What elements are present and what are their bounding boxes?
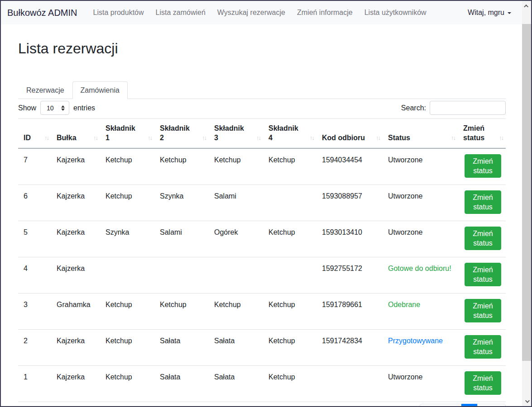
cell-skladnik-1: Ketchup	[100, 185, 154, 221]
cell-skladnik-3: Salami	[209, 185, 263, 221]
cell-skladnik-2: Salami	[154, 221, 209, 257]
cell-skladnik-2: Szynka	[154, 185, 209, 221]
status-text: Odebrane	[383, 293, 458, 329]
cell-skladnik-2: Ketchup	[154, 148, 209, 185]
cell-id: 1	[18, 365, 51, 402]
cell-skladnik-4: Ketchup	[263, 148, 316, 185]
cell-id: 3	[18, 293, 51, 329]
pagination-page-1[interactable]: 1	[461, 404, 477, 407]
sort-icon[interactable]: ↑↓	[376, 133, 380, 142]
cell-skladnik-2: Sałata	[154, 329, 209, 365]
page-length-select[interactable]: 10	[40, 101, 69, 115]
pagination-previous[interactable]: Previous	[420, 404, 461, 407]
change-status-button[interactable]: Zmień status	[465, 299, 501, 322]
cell-action: Zmień status	[458, 257, 506, 293]
pagination-next[interactable]: Next	[477, 404, 506, 407]
nav-link-lista-zamowien[interactable]: Lista zamówień	[150, 5, 211, 20]
nav-link-lista-uzytkownikow[interactable]: Lista użytkowników	[359, 5, 432, 20]
cell-action: Zmień status	[458, 365, 506, 402]
page-length-value: 10	[47, 104, 54, 112]
table-row: 7 Kajzerka Ketchup Ketchup Ketchup Ketch…	[18, 148, 506, 185]
sort-icon[interactable]: ↑↓	[451, 133, 455, 142]
change-status-button[interactable]: Zmień status	[465, 190, 501, 214]
cell-kod-odbioru: 1591742834	[316, 329, 383, 365]
sort-icon[interactable]: ↑↓	[310, 133, 314, 142]
change-status-button[interactable]: Zmień status	[465, 227, 501, 250]
cell-skladnik-3: Ogórek	[209, 221, 263, 257]
status-text: Utworzone	[383, 365, 458, 402]
scrollbar-thumb[interactable]	[522, 24, 531, 361]
cell-skladnik-4: Ketchup	[263, 365, 316, 402]
chevron-up-icon	[524, 4, 528, 9]
table-header-row: ID↑↓ Bułka↑↓ Składnik 1↑↓ Składnik 2↑↓ S…	[18, 119, 506, 149]
cell-id: 6	[18, 185, 51, 221]
column-header-id[interactable]: ID↑↓	[18, 119, 51, 149]
show-label: Show	[18, 104, 36, 112]
caret-down-icon	[508, 12, 511, 14]
cell-skladnik-4: Ketchup	[263, 329, 316, 365]
main-content: Lista rezerwacji Rezerwacje Zamówienia S…	[1, 40, 524, 407]
cell-kod-odbioru: 1591789661	[316, 293, 383, 329]
cell-kod-odbioru: 1593088957	[316, 185, 383, 221]
cell-skladnik-4: Ketchup	[263, 221, 316, 257]
cell-kod-odbioru	[316, 365, 383, 402]
sort-icon[interactable]: ↑↓	[256, 133, 260, 142]
sort-icon[interactable]: ↑↓	[44, 133, 48, 142]
chevron-down-icon	[525, 398, 529, 403]
column-header-skladnik-1[interactable]: Składnik 1↑↓	[100, 119, 154, 149]
table-row: 1 Kajzerka Ketchup Sałata Sałata Ketchup…	[18, 365, 506, 402]
change-status-button[interactable]: Zmień status	[465, 371, 501, 395]
sort-icon[interactable]: ↑↓	[202, 133, 206, 142]
search-area: Search:	[401, 101, 506, 115]
cell-bulka: Kajzerka	[51, 221, 100, 257]
change-status-button[interactable]: Zmień status	[465, 335, 501, 359]
table-row: 5 Kajzerka Szynka Salami Ogórek Ketchup …	[18, 221, 506, 257]
navbar-brand[interactable]: Bułkowóz ADMIN	[7, 8, 77, 18]
cell-bulka: Grahamka	[51, 293, 100, 329]
cell-skladnik-1: Ketchup	[100, 293, 154, 329]
column-header-zmien-status[interactable]: Zmień status↑↓	[458, 119, 506, 149]
sort-icon[interactable]: ↑↓	[148, 133, 152, 142]
cell-skladnik-3: Ketchup	[209, 293, 263, 329]
cell-bulka: Kajzerka	[51, 148, 100, 185]
scroll-down-button[interactable]	[522, 397, 531, 405]
app-window: Bułkowóz ADMIN Lista produktów Lista zam…	[0, 0, 532, 407]
cell-kod-odbioru: 1592755172	[316, 257, 383, 293]
change-status-button[interactable]: Zmień status	[465, 154, 501, 178]
cell-action: Zmień status	[458, 221, 506, 257]
status-text: Utworzone	[383, 148, 458, 185]
column-header-skladnik-3[interactable]: Składnik 3↑↓	[209, 119, 263, 149]
table-row: 6 Kajzerka Ketchup Szynka Salami 1593088…	[18, 185, 506, 221]
navbar-links: Lista produktów Lista zamówień Wyszukaj …	[87, 5, 432, 20]
sort-icon[interactable]: ↑↓	[499, 133, 503, 142]
nav-link-wyszukaj-rezerwacje[interactable]: Wyszukaj rezerwacje	[211, 5, 291, 20]
status-text: Utworzone	[383, 185, 458, 221]
column-header-status[interactable]: Status↑↓	[383, 119, 458, 149]
search-label: Search:	[401, 104, 426, 112]
tab-zamowienia[interactable]: Zamówienia	[72, 81, 128, 99]
tab-rezerwacje[interactable]: Rezerwacje	[18, 81, 72, 99]
nav-link-lista-produktow[interactable]: Lista produktów	[87, 5, 150, 20]
page-title: Lista rezerwacji	[18, 40, 524, 57]
column-header-kod-odbioru[interactable]: Kod odbioru↑↓	[316, 119, 383, 149]
status-text: Gotowe do odbioru!	[383, 257, 458, 293]
table-row: 3 Grahamka Ketchup Ketchup Ketchup Ketch…	[18, 293, 506, 329]
cell-action: Zmień status	[458, 185, 506, 221]
user-dropdown[interactable]: Witaj, mgru	[468, 9, 511, 17]
cell-action: Zmień status	[458, 148, 506, 185]
column-header-skladnik-4[interactable]: Składnik 4↑↓	[263, 119, 316, 149]
entries-label: entries	[73, 104, 95, 112]
scrollbar[interactable]	[522, 1, 531, 406]
user-dropdown-label: Witaj, mgru	[468, 9, 504, 17]
scroll-up-button[interactable]	[522, 2, 531, 10]
nav-link-zmien-informacje[interactable]: Zmień informacje	[291, 5, 359, 20]
cell-skladnik-3	[209, 257, 263, 293]
table-row: 4 Kajzerka 1592755172 Gotowe do odbioru!…	[18, 257, 506, 293]
sort-icon[interactable]: ↑↓	[93, 133, 97, 142]
search-input[interactable]	[430, 101, 506, 115]
cell-skladnik-1: Szynka	[100, 221, 154, 257]
cell-skladnik-2: Sałata	[154, 365, 209, 402]
column-header-skladnik-2[interactable]: Składnik 2↑↓	[154, 119, 209, 149]
column-header-bulka[interactable]: Bułka↑↓	[51, 119, 100, 149]
change-status-button[interactable]: Zmień status	[465, 263, 501, 286]
